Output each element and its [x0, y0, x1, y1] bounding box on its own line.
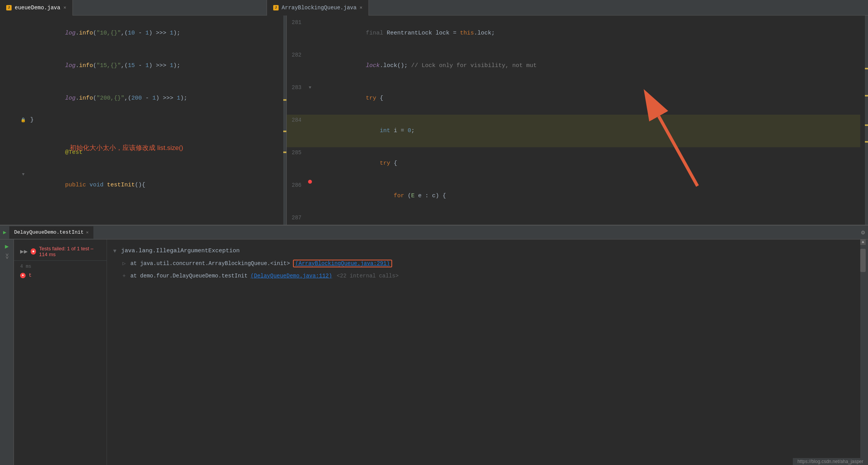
right-line-285: 285 try { — [287, 147, 860, 180]
bottom-tab-bar: ▶ DelayQueueDemo.testInit ✕ ⚙ — [0, 226, 868, 239]
scroll-track — [860, 245, 868, 460]
stack-link-box: (ArrayBlockingQueue.java:291) — [293, 260, 392, 267]
right-line-284: 284 int i = 0; — [287, 115, 860, 147]
bottom-tab-label: DelayQueueDemo.testInit — [14, 229, 83, 235]
status-url: https://blog.csdn.net/aha_jasper — [797, 459, 863, 464]
scroll-thumb — [860, 249, 866, 272]
java-icon-right: J — [273, 5, 279, 10]
test-list: 4 ms ● t — [14, 261, 107, 281]
right-line-283: 283 ▼ try { — [287, 82, 860, 115]
line-content-1: log.info("10,{}",(10 - 1) >>> 1); — [27, 17, 286, 50]
bottom-v-scrollbar: ▲ ▼ — [860, 239, 868, 465]
stack-line-2: ▷ at java.util.concurrent.ArrayBlockingQ… — [113, 258, 854, 269]
breakpoint-286 — [308, 180, 312, 184]
right-line-286: 286 for (E e : c) { — [287, 180, 860, 212]
failed-label: Tests failed: 1 of 1 test – 114 ms — [39, 246, 100, 257]
left-scroll-indicator — [283, 16, 286, 225]
stack-link-1[interactable]: (ArrayBlockingQueue.java:291) — [295, 260, 390, 267]
code-line-list: List<String> list = ImmutableList.of("a"… — [0, 202, 286, 225]
code-line-blank — [0, 126, 286, 136]
log-ref-1: log — [65, 30, 76, 36]
test-status-text: Tests failed: 1 of 1 test – 114 ms — [39, 246, 100, 257]
run-icon[interactable]: ▶ — [3, 229, 6, 236]
tab-right[interactable]: J ArrayBlockingQueue.java ✕ — [267, 0, 369, 16]
bottom-tab-close[interactable]: ✕ — [86, 230, 89, 235]
method-info-1: info — [79, 30, 93, 36]
right-code-area: 281 final ReentrantLock lock = this.lock… — [287, 16, 868, 225]
expand-button[interactable]: >> — [4, 253, 10, 259]
tab-bar: J eueueDemo.java ✕ J ArrayBlockingQueue.… — [0, 0, 868, 16]
code-line-method: ▼ public void testInit(){ — [0, 169, 286, 202]
run-button[interactable]: ▶ — [5, 243, 9, 250]
stack-trace-panel: ▼ java.lang.IllegalArgumentException ▷ a… — [107, 239, 860, 465]
test-item-duration: 4 ms — [14, 262, 107, 271]
exception-text: java.lang.IllegalArgumentException — [121, 246, 239, 257]
tab-left[interactable]: J eueueDemo.java ✕ — [0, 0, 73, 16]
expand-icon: ▶▶ — [20, 248, 28, 255]
tab-right-close[interactable]: ✕ — [360, 5, 362, 10]
stack-line-1: ▼ java.lang.IllegalArgumentException — [113, 246, 854, 257]
code-line-1: log.info("10,{}",(10 - 1) >>> 1); — [0, 17, 286, 50]
tab-left-close[interactable]: ✕ — [64, 5, 66, 10]
tab-right-label: ArrayBlockingQueue.java — [282, 5, 356, 11]
right-line-282: 282 lock.lock(); // Lock only for visibi… — [287, 50, 860, 82]
status-bar: https://blog.csdn.net/aha_jasper — [793, 458, 868, 465]
test-item-name: ● t — [14, 271, 107, 280]
tab-left-label: eueueDemo.java — [15, 5, 60, 11]
right-pane: 281 final ReentrantLock lock = this.lock… — [287, 16, 868, 225]
test-results-panel: ▶▶ ● Tests failed: 1 of 1 test – 114 ms … — [14, 239, 107, 465]
code-line-4: 🔒 } — [0, 115, 286, 126]
left-code-area: log.info("10,{}",(10 - 1) >>> 1); log.in… — [0, 16, 286, 225]
stack-link-2[interactable]: (DelayQueueDemo.java:112) — [251, 270, 332, 281]
right-scroll-indicator — [865, 16, 868, 225]
scroll-up-btn[interactable]: ▲ — [860, 239, 866, 245]
code-line-3: log.info("200,{}",(200 - 1) >>> 1); — [0, 82, 286, 115]
java-icon-left: J — [6, 5, 12, 10]
right-line-281: 281 final ReentrantLock lock = this.lock… — [287, 17, 860, 50]
right-line-287: 287 checkNotNull(e); — [287, 212, 860, 225]
bottom-tab-test[interactable]: DelayQueueDemo.testInit ✕ — [9, 226, 93, 239]
test-status-header: ▶▶ ● Tests failed: 1 of 1 test – 114 ms — [14, 243, 107, 261]
editor-container: log.info("10,{}",(10 - 1) >>> 1); log.in… — [0, 16, 868, 225]
error-icon: ● — [31, 248, 36, 255]
stack-line-3: + at demo.four.DelayQueueDemo.testInit (… — [113, 270, 854, 281]
test-error-icon: ● — [20, 273, 26, 278]
left-pane: log.info("10,{}",(10 - 1) >>> 1); log.in… — [0, 16, 287, 225]
bottom-panel: ▶ DelayQueueDemo.testInit ✕ ⚙ ▶ >> ▶▶ ● … — [0, 225, 868, 465]
bottom-content: ▶ >> ▶▶ ● Tests failed: 1 of 1 test – 11… — [0, 239, 868, 465]
code-line-2: log.info("15,{}",(15 - 1) >>> 1); — [0, 50, 286, 82]
code-line-annotation: @Test — [0, 136, 286, 169]
run-sidebar: ▶ >> — [0, 239, 14, 465]
settings-gear-icon[interactable]: ⚙ — [861, 229, 865, 236]
